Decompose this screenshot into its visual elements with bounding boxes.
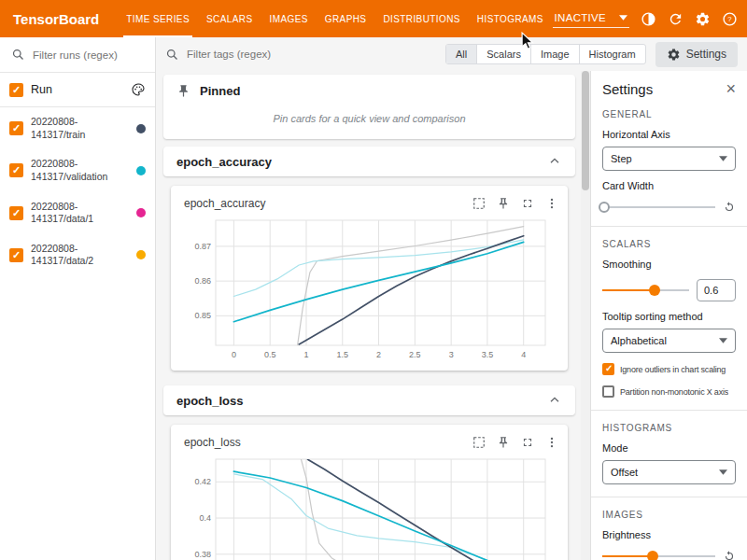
fullscreen-icon[interactable]: [521, 197, 534, 210]
select-all-runs-checkbox[interactable]: [9, 83, 23, 97]
chip-scalars[interactable]: Scalars: [476, 45, 530, 63]
run-label: 20220808-141317/data/2: [31, 243, 129, 268]
pin-icon: [176, 84, 190, 98]
tab-histograms[interactable]: HISTOGRAMS: [469, 0, 552, 37]
section-header-epoch-accuracy[interactable]: epoch_accuracy: [163, 147, 575, 176]
tensorboard-app: TensorBoard TIME SERIES SCALARS IMAGES G…: [0, 0, 747, 560]
tooltip-sorting-select[interactable]: Alphabetical: [602, 329, 736, 353]
help-icon[interactable]: ?: [721, 10, 738, 27]
chevron-up-icon[interactable]: [547, 154, 562, 169]
smoothing-value-input[interactable]: 0.6: [697, 279, 736, 301]
status-dropdown[interactable]: INACTIVE: [553, 10, 629, 28]
gear-icon[interactable]: [694, 10, 711, 27]
horizontal-axis-select[interactable]: Step: [602, 147, 736, 171]
run-checkbox[interactable]: [9, 248, 23, 262]
scalar-chart-card-epoch-accuracy: epoch_accuracy 00.511.522.533: [171, 186, 568, 371]
scalar-chart-card-epoch-loss: epoch_loss 00.511.522.533.540: [171, 425, 568, 560]
run-list-item[interactable]: 20220808-141317/data/2: [0, 234, 155, 276]
settings-panel: Settings × GENERAL Horizontal Axis Step …: [590, 71, 747, 560]
svg-text:1.5: 1.5: [337, 350, 349, 359]
close-icon[interactable]: ×: [726, 80, 736, 97]
svg-text:0.4: 0.4: [199, 513, 211, 523]
settings-panel-title: Settings: [602, 81, 653, 97]
brightness-slider[interactable]: [602, 550, 715, 560]
run-color-dot: [136, 124, 146, 133]
main-content: Pinned Pin cards for a quick view and co…: [156, 71, 581, 560]
search-icon: [11, 48, 25, 62]
chevron-down-icon: [719, 338, 727, 343]
epoch-loss-chart[interactable]: 00.511.522.533.540.360.380.40.42: [180, 453, 558, 560]
app-header: TensorBoard TIME SERIES SCALARS IMAGES G…: [0, 0, 747, 37]
reset-icon[interactable]: [723, 201, 736, 214]
run-list-item[interactable]: 20220808-141317/train: [0, 107, 155, 149]
theme-toggle-icon[interactable]: [640, 10, 656, 27]
run-checkbox[interactable]: [9, 163, 23, 177]
partition-x-axis-checkbox[interactable]: [602, 385, 614, 398]
settings-button[interactable]: Settings: [655, 42, 738, 67]
svg-text:?: ?: [727, 15, 732, 23]
tab-graphs[interactable]: GRAPHS: [317, 0, 375, 37]
tooltip-sorting-label: Tooltip sorting method: [602, 311, 736, 322]
search-icon: [165, 48, 179, 62]
epoch-accuracy-chart[interactable]: 00.511.522.533.540.850.860.87: [180, 214, 558, 361]
header-actions: INACTIVE ?: [553, 10, 747, 28]
pin-icon[interactable]: [497, 197, 510, 210]
main-scrollbar[interactable]: [581, 71, 590, 560]
run-color-dot: [136, 166, 146, 175]
smoothing-slider[interactable]: [602, 284, 689, 297]
chevron-up-icon[interactable]: [547, 393, 562, 408]
run-checkbox[interactable]: [9, 121, 23, 135]
run-label: 20220808-141317/data/1: [31, 201, 129, 226]
run-list-item[interactable]: 20220808-141317/data/1: [0, 192, 155, 234]
tags-filter-input[interactable]: Filter tags (regex): [165, 48, 436, 62]
tab-time-series[interactable]: TIME SERIES: [118, 0, 198, 37]
reset-icon[interactable]: [723, 550, 736, 560]
fit-domain-icon[interactable]: [472, 197, 486, 210]
gear-icon: [667, 48, 681, 62]
scrollbar-thumb[interactable]: [582, 71, 589, 190]
histogram-mode-select[interactable]: Offset: [602, 460, 736, 484]
chevron-down-icon: [719, 469, 727, 475]
svg-text:3: 3: [449, 350, 454, 359]
tab-scalars[interactable]: SCALARS: [198, 0, 261, 37]
runs-filter-placeholder: Filter runs (regex): [33, 49, 118, 61]
svg-text:0.42: 0.42: [194, 477, 211, 486]
svg-text:0.5: 0.5: [264, 350, 276, 359]
svg-text:1: 1: [303, 350, 308, 359]
tab-images[interactable]: IMAGES: [261, 0, 316, 37]
svg-text:4: 4: [521, 350, 526, 359]
chip-all[interactable]: All: [446, 45, 476, 63]
general-section-label: GENERAL: [602, 109, 736, 119]
ignore-outliers-checkbox[interactable]: [602, 363, 614, 375]
tab-distributions[interactable]: DISTRIBUTIONS: [374, 0, 468, 37]
palette-icon[interactable]: [131, 82, 146, 97]
chip-histogram[interactable]: Histogram: [579, 45, 645, 63]
refresh-icon[interactable]: [667, 10, 684, 27]
partition-x-axis-label: Partition non-monotonic X axis: [620, 387, 728, 397]
svg-text:0.87: 0.87: [194, 242, 211, 251]
svg-text:3.5: 3.5: [482, 350, 494, 359]
brightness-label: Brightness: [602, 529, 736, 540]
divider: [591, 410, 747, 411]
fit-domain-icon[interactable]: [472, 436, 486, 449]
runs-sidebar: Filter runs (regex) Run 20220808-141317/…: [0, 37, 156, 560]
runs-filter-input[interactable]: Filter runs (regex): [0, 37, 155, 73]
run-checkbox[interactable]: [9, 206, 23, 220]
card-width-slider[interactable]: [602, 201, 715, 214]
more-options-icon[interactable]: [545, 197, 558, 210]
run-list-item[interactable]: 20220808-141317/validation: [0, 149, 155, 191]
run-list-header: Run: [0, 73, 155, 107]
chart-title: epoch_loss: [180, 432, 245, 453]
pinned-hint-text: Pin cards for a quick view and compariso…: [176, 98, 562, 137]
run-label: 20220808-141317/train: [31, 116, 129, 141]
more-options-icon[interactable]: [545, 436, 558, 449]
smoothing-label: Smoothing: [602, 259, 736, 270]
fullscreen-icon[interactable]: [521, 436, 534, 449]
chip-image[interactable]: Image: [530, 45, 579, 63]
divider: [591, 497, 747, 497]
scalars-section-label: SCALARS: [602, 239, 736, 249]
section-header-epoch-loss[interactable]: epoch_loss: [163, 385, 575, 415]
pin-icon[interactable]: [497, 436, 510, 449]
svg-text:0: 0: [232, 350, 236, 359]
divider: [591, 226, 747, 227]
